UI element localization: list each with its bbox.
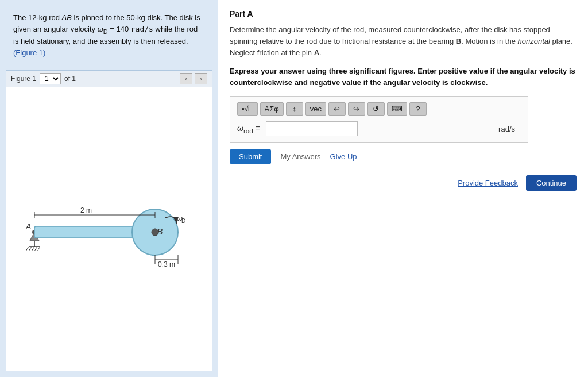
- answer-row: ωrod = rad/s: [237, 121, 521, 136]
- figure-diagram: A B ω D 2 m: [17, 163, 201, 295]
- continue-button[interactable]: Continue: [526, 175, 577, 191]
- submit-row: Submit My Answers Give Up: [230, 149, 577, 164]
- problem-instruction: Express your answer using three signific…: [230, 66, 577, 88]
- math-btn-keyboard[interactable]: ⌨: [387, 102, 407, 116]
- svg-text:0.3 m: 0.3 m: [158, 260, 175, 268]
- figure-content: A B ω D 2 m: [6, 87, 212, 371]
- svg-line-4: [32, 247, 34, 251]
- svg-text:B: B: [157, 227, 163, 236]
- problem-text-italic: horizontal: [518, 37, 550, 45]
- figure-toolbar: Figure 1 1 of 1 ‹ ›: [6, 71, 212, 87]
- math-toolbar: ▪√□ ΑΣφ ↕ vec ↩ ↪ ↺ ⌨ ?: [237, 102, 521, 116]
- bottom-row: Provide Feedback Continue: [230, 175, 577, 191]
- svg-line-5: [34, 247, 37, 251]
- answer-input[interactable]: [266, 121, 358, 136]
- svg-line-3: [29, 247, 32, 251]
- left-panel: The 12-kg rod AB is pinned to the 50-kg …: [0, 0, 218, 377]
- problem-description: The 12-kg rod AB is pinned to the 50-kg …: [6, 6, 212, 64]
- give-up-link[interactable]: Give Up: [330, 152, 357, 161]
- omega-label: ωrod =: [237, 124, 260, 134]
- my-answers-link[interactable]: My Answers: [280, 152, 320, 161]
- math-btn-redo[interactable]: ↪: [348, 102, 365, 116]
- svg-text:D: D: [181, 218, 185, 224]
- problem-text-main: Determine the angular velocity of the ro…: [230, 24, 577, 59]
- unit-label: rad/s: [498, 125, 515, 133]
- math-btn-refresh[interactable]: ↺: [368, 102, 385, 116]
- figure-select[interactable]: 1: [40, 73, 61, 84]
- figure-of: of 1: [64, 75, 76, 83]
- figure-prev-button[interactable]: ‹: [180, 73, 192, 84]
- svg-text:2 m: 2 m: [80, 206, 92, 214]
- math-btn-updown[interactable]: ↕: [286, 102, 303, 116]
- math-btn-vec[interactable]: vec: [305, 102, 326, 116]
- right-panel: Part A Determine the angular velocity of…: [218, 0, 588, 377]
- submit-button[interactable]: Submit: [230, 149, 271, 164]
- problem-text-line1: Determine the angular velocity of the ro…: [230, 25, 550, 45]
- math-btn-help[interactable]: ?: [409, 102, 427, 116]
- figure-link[interactable]: (Figure 1): [13, 48, 45, 57]
- figure-label: Figure 1: [11, 75, 36, 83]
- svg-text:A: A: [25, 222, 31, 231]
- svg-line-6: [37, 247, 40, 251]
- math-btn-sqrt[interactable]: ▪√□: [237, 102, 258, 116]
- provide-feedback-link[interactable]: Provide Feedback: [458, 179, 518, 187]
- svg-line-2: [26, 247, 29, 251]
- math-btn-undo[interactable]: ↩: [328, 102, 346, 116]
- math-btn-greek[interactable]: ΑΣφ: [260, 102, 284, 116]
- part-label: Part A: [230, 9, 577, 18]
- answer-box: ▪√□ ΑΣφ ↕ vec ↩ ↪ ↺ ⌨ ? ωrod = rad/s: [230, 96, 528, 143]
- figure-next-button[interactable]: ›: [195, 73, 207, 84]
- figure-container: Figure 1 1 of 1 ‹ ›: [6, 70, 212, 371]
- problem-text: The 12-kg rod AB is pinned to the 50-kg …: [13, 13, 200, 57]
